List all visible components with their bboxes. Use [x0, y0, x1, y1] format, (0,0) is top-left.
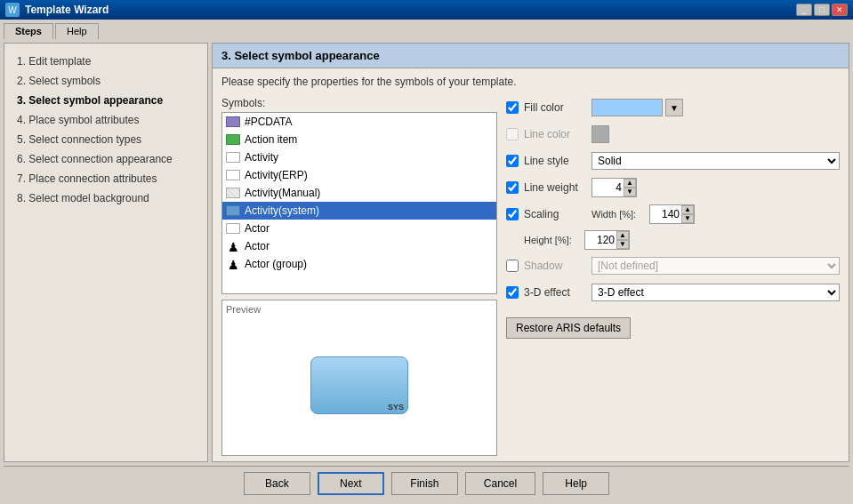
app-icon: W	[5, 3, 20, 17]
wizard-body: Symbols: #PCDATA Action item	[213, 92, 849, 461]
line-weight-down[interactable]: ▼	[624, 188, 636, 196]
step-3[interactable]: 3. Select symbol appearance	[12, 92, 200, 109]
bottom-bar: Back Next Finish Cancel Help	[4, 466, 849, 500]
restore-aris-button[interactable]: Restore ARIS defaults	[506, 317, 631, 339]
step-6[interactable]: 6. Select connection appearance	[12, 150, 200, 168]
symbol-pcdata[interactable]: #PCDATA	[222, 113, 496, 131]
symbol-activity[interactable]: Activity	[222, 148, 496, 166]
symbols-label: Symbols:	[221, 97, 497, 109]
symbol-label-pcdata: #PCDATA	[245, 116, 293, 128]
symbol-activity-system[interactable]: Activity(system)	[222, 202, 496, 220]
scaling-height-down[interactable]: ▼	[616, 240, 629, 249]
scaling-checkbox[interactable]	[506, 208, 519, 220]
step-4[interactable]: 4. Place symbol attributes	[12, 111, 200, 129]
line-weight-checkbox[interactable]	[506, 181, 519, 194]
tab-help[interactable]: Help	[55, 23, 99, 39]
fill-color-row: Fill color ▼	[506, 97, 840, 118]
scaling-height-group: ▲ ▼	[584, 230, 630, 250]
scaling-height-label: Height [%]:	[524, 235, 579, 245]
step-5[interactable]: 5. Select connection types	[12, 131, 200, 148]
close-button[interactable]: ✕	[832, 4, 848, 16]
line-weight-row: Line weight ▲ ▼	[506, 177, 840, 198]
symbols-section: Symbols: #PCDATA Action item	[221, 97, 497, 456]
scaling-width-input[interactable]	[650, 205, 681, 223]
line-style-checkbox[interactable]	[506, 155, 519, 167]
scaling-width-down[interactable]: ▼	[681, 214, 694, 223]
next-button[interactable]: Next	[318, 472, 384, 495]
symbol-label-activity: Activity	[245, 151, 278, 164]
symbol-action-item[interactable]: Action item	[222, 131, 496, 148]
threed-control: 3-D effect None	[591, 284, 840, 301]
preview-content: SYS	[226, 318, 493, 452]
wizard-subtitle: Please specify the properties for the sy…	[213, 68, 849, 92]
symbol-icon-activity-system	[226, 205, 240, 216]
fill-color-checkbox[interactable]	[506, 101, 519, 114]
line-style-select[interactable]: Solid Dashed Dotted	[591, 152, 840, 170]
symbol-actor2[interactable]: ♟ Actor	[222, 237, 496, 255]
shadow-control: [Not defined] None Drop shadow	[591, 257, 840, 275]
fill-color-label: Fill color	[524, 101, 586, 114]
line-weight-input[interactable]	[592, 179, 624, 196]
line-color-box	[591, 125, 609, 143]
line-style-label: Line style	[524, 155, 586, 167]
threed-select[interactable]: 3-D effect None	[591, 284, 840, 301]
maximize-button[interactable]: □	[814, 4, 830, 16]
line-weight-input-group: ▲ ▼	[591, 178, 637, 197]
window-controls: _ □ ✕	[796, 4, 848, 16]
step-8[interactable]: 8. Select model background	[12, 189, 200, 207]
scaling-height-input[interactable]	[585, 231, 616, 249]
shadow-select[interactable]: [Not defined] None Drop shadow	[591, 257, 840, 275]
fill-color-dropdown[interactable]: ▼	[665, 99, 683, 116]
back-button[interactable]: Back	[244, 472, 310, 495]
line-weight-spin: ▲ ▼	[624, 179, 636, 196]
scaling-width-label: Width [%]:	[591, 209, 647, 220]
preview-section: Preview SYS	[221, 300, 497, 456]
finish-button[interactable]: Finish	[391, 472, 458, 495]
scaling-control: Width [%]: ▲ ▼	[591, 204, 840, 224]
line-weight-up[interactable]: ▲	[624, 179, 636, 188]
step-2[interactable]: 2. Select symbols	[12, 72, 200, 90]
scaling-label: Scaling	[524, 208, 586, 220]
minimize-button[interactable]: _	[796, 4, 812, 16]
fill-color-control: ▼	[591, 99, 840, 116]
fill-color-box[interactable]	[591, 99, 663, 116]
wizard-header: 3. Select symbol appearance	[213, 44, 849, 68]
shadow-label: Shadow	[524, 260, 586, 272]
shadow-row: Shadow [Not defined] None Drop shadow	[506, 255, 840, 276]
preview-label: Preview	[226, 304, 493, 315]
symbol-icon-activity-manual	[226, 188, 240, 198]
scaling-width-group: ▲ ▼	[649, 204, 695, 224]
symbol-activity-erp[interactable]: Activity(ERP)	[222, 166, 496, 184]
symbol-icon-activity	[226, 152, 240, 163]
symbols-list-container[interactable]: #PCDATA Action item Activity	[221, 112, 497, 294]
symbol-actor1[interactable]: Actor	[222, 220, 496, 237]
scaling-height-up[interactable]: ▲	[616, 231, 629, 240]
symbols-list: #PCDATA Action item Activity	[222, 113, 496, 273]
line-color-checkbox[interactable]	[506, 128, 519, 140]
shadow-checkbox[interactable]	[506, 260, 519, 272]
symbol-icon-actor-group: ♟	[226, 259, 240, 269]
symbol-label-actor1: Actor	[245, 222, 270, 235]
tab-steps[interactable]: Steps	[4, 23, 53, 39]
symbol-icon-actor2: ♟	[226, 241, 240, 252]
scaling-height-row: Height [%]: ▲ ▼	[524, 230, 840, 250]
line-style-row: Line style Solid Dashed Dotted	[506, 150, 840, 172]
step-7[interactable]: 7. Place connection attributes	[12, 170, 200, 188]
symbol-actor-group[interactable]: ♟ Actor (group)	[222, 255, 496, 273]
line-color-row: Line color	[506, 124, 840, 145]
line-weight-control: ▲ ▼	[591, 178, 840, 197]
scaling-height-spin: ▲ ▼	[616, 231, 629, 249]
threed-effect-row: 3-D effect 3-D effect None	[506, 282, 840, 303]
scaling-width-up[interactable]: ▲	[681, 205, 694, 214]
symbol-icon-pcdata	[226, 116, 240, 127]
symbol-label-action-item: Action item	[245, 133, 297, 146]
symbol-icon-actor1	[226, 223, 240, 234]
symbol-activity-manual[interactable]: Activity(Manual)	[222, 184, 496, 202]
scaling-width-spin: ▲ ▼	[681, 205, 694, 223]
help-button[interactable]: Help	[543, 472, 609, 495]
symbol-label-activity-erp: Activity(ERP)	[245, 169, 308, 181]
threed-checkbox[interactable]	[506, 286, 519, 299]
cancel-button[interactable]: Cancel	[465, 472, 535, 495]
step-1[interactable]: 1. Edit template	[12, 52, 200, 70]
symbol-label-actor2: Actor	[245, 240, 270, 252]
